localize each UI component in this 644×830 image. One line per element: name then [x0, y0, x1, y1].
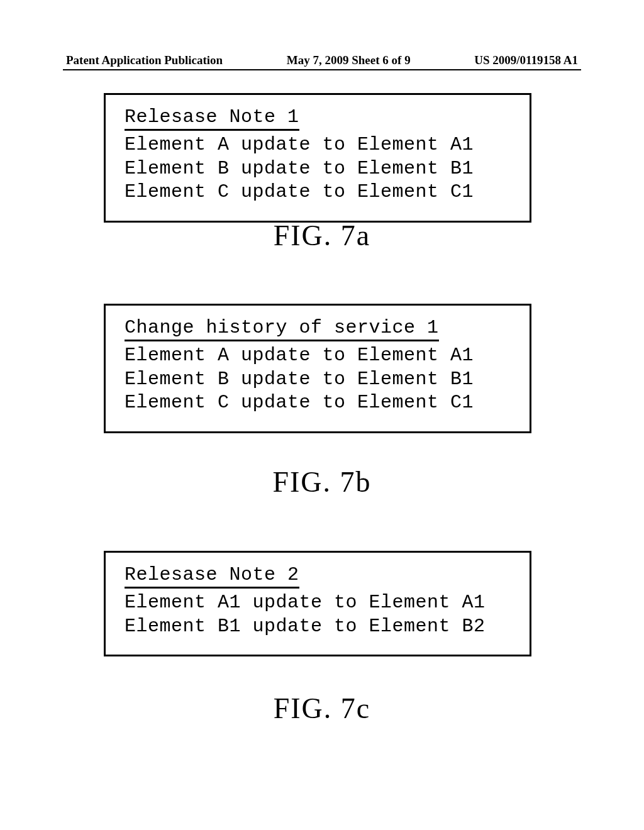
- figure-7b-title: Change history of service 1: [125, 317, 439, 341]
- figure-7a-label: FIG. 7a: [0, 219, 644, 252]
- figure-7c-label: FIG. 7c: [0, 692, 644, 725]
- figure-7c-line: Element A1 update to Element A1: [125, 591, 511, 615]
- page-header: Patent Application Publication May 7, 20…: [0, 53, 644, 67]
- figure-7a-line: Element C update to Element C1: [125, 180, 511, 204]
- figure-7b-line: Element A update to Element A1: [125, 344, 511, 368]
- header-publication-number: US 2009/0119158 A1: [474, 53, 578, 67]
- figure-7a-box: Relesase Note 1 Element A update to Elem…: [104, 93, 531, 223]
- header-date-sheet: May 7, 2009 Sheet 6 of 9: [287, 53, 411, 67]
- figure-7b-box: Change history of service 1 Element A up…: [104, 304, 531, 433]
- figure-7c-box: Relesase Note 2 Element A1 update to Ele…: [104, 551, 531, 656]
- figure-7a-line: Element A update to Element A1: [125, 133, 511, 157]
- figure-7b-label: FIG. 7b: [0, 465, 644, 499]
- header-divider: [63, 69, 581, 70]
- figure-7c-line: Element B1 update to Element B2: [125, 615, 511, 639]
- figure-7b-line: Element C update to Element C1: [125, 391, 511, 415]
- figure-7c-title: Relesase Note 2: [125, 564, 299, 589]
- figure-7a-line: Element B update to Element B1: [125, 157, 511, 181]
- header-publication-type: Patent Application Publication: [66, 53, 223, 67]
- figure-7a-title: Relesase Note 1: [125, 106, 299, 131]
- figure-7b-line: Element B update to Element B1: [125, 368, 511, 392]
